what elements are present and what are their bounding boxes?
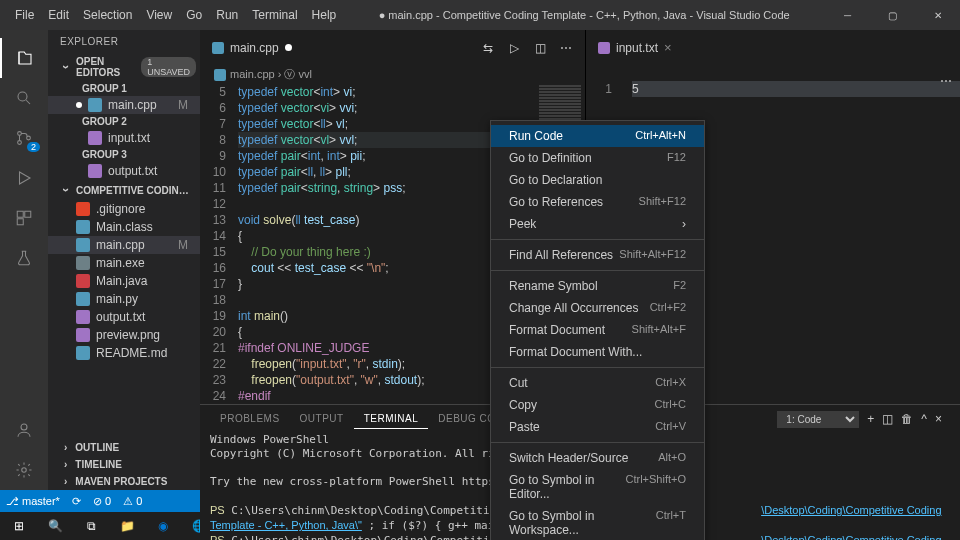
scm-badge: 2 — [27, 142, 40, 152]
window-minimize-button[interactable]: ─ — [825, 0, 870, 30]
ctx-go-to-symbol-in-workspace-[interactable]: Go to Symbol in Workspace...Ctrl+T — [491, 505, 704, 540]
open-editors-section[interactable]: OPEN EDITORS 1 UNSAVED — [48, 53, 200, 81]
svg-rect-6 — [17, 219, 23, 225]
window-title: ● main.cpp - Competitive Coding Template… — [343, 9, 825, 21]
menu-go[interactable]: Go — [179, 2, 209, 28]
ctx-go-to-definition[interactable]: Go to DefinitionF12 — [491, 147, 704, 169]
ctx-peek[interactable]: Peek› — [491, 213, 704, 235]
close-panel-icon[interactable]: × — [935, 412, 942, 426]
status-branch[interactable]: ⎇ master* — [0, 495, 66, 508]
project-section[interactable]: COMPETITIVE CODING TEMPLATE - C+... — [48, 180, 200, 200]
ctx-change-all-occurrences[interactable]: Change All OccurrencesCtrl+F2 — [491, 297, 704, 319]
sidebar-title: EXPLORER — [48, 30, 200, 53]
menu-view[interactable]: View — [139, 2, 179, 28]
ctx-go-to-declaration[interactable]: Go to Declaration — [491, 169, 704, 191]
panel-tab-terminal[interactable]: TERMINAL — [354, 409, 429, 429]
ctx-copy[interactable]: CopyCtrl+C — [491, 394, 704, 416]
menu-terminal[interactable]: Terminal — [245, 2, 304, 28]
file-Main-class[interactable]: Main.class — [48, 218, 200, 236]
compare-icon[interactable]: ⇆ — [477, 37, 499, 59]
menu-bar: File Edit Selection View Go Run Terminal… — [0, 2, 343, 28]
tb-edge-icon[interactable]: ◉ — [146, 512, 180, 540]
window-maximize-button[interactable]: ▢ — [870, 0, 915, 30]
start-icon[interactable]: ⊞ — [2, 512, 36, 540]
account-icon[interactable] — [0, 410, 48, 450]
activity-bar: 2 — [0, 30, 48, 490]
svg-point-1 — [18, 132, 22, 136]
file-output-txt[interactable]: output.txt — [48, 308, 200, 326]
breadcrumb[interactable]: main.cpp › ⓥ vvl — [200, 65, 585, 84]
file-Main-java[interactable]: Main.java — [48, 272, 200, 290]
dirty-indicator-icon — [285, 44, 292, 51]
window-close-button[interactable]: ✕ — [915, 0, 960, 30]
run-debug-icon[interactable] — [0, 158, 48, 198]
file-preview-png[interactable]: preview.png — [48, 326, 200, 344]
ctx-rename-symbol[interactable]: Rename SymbolF2 — [491, 275, 704, 297]
settings-icon[interactable] — [0, 450, 48, 490]
panel-tab-problems[interactable]: PROBLEMS — [210, 409, 290, 429]
menu-run[interactable]: Run — [209, 2, 245, 28]
run-icon[interactable]: ▷ — [503, 37, 525, 59]
ctx-cut[interactable]: CutCtrl+X — [491, 372, 704, 394]
unsaved-pill: 1 UNSAVED — [141, 57, 196, 77]
file--gitignore[interactable]: .gitignore — [48, 200, 200, 218]
svg-point-8 — [22, 468, 27, 473]
open-file-input[interactable]: input.txt — [48, 129, 200, 147]
task-view-icon[interactable]: ⧉ — [74, 512, 108, 540]
file-main-py[interactable]: main.py — [48, 290, 200, 308]
file-README-md[interactable]: README.md — [48, 344, 200, 362]
split-terminal-icon[interactable]: ◫ — [882, 412, 893, 426]
new-terminal-icon[interactable]: + — [867, 412, 874, 426]
svg-rect-5 — [25, 211, 31, 217]
open-file-output[interactable]: output.txt — [48, 162, 200, 180]
tab-inputtxt[interactable]: input.txt× — [586, 30, 685, 65]
svg-point-7 — [21, 424, 27, 430]
group-3-label: GROUP 3 — [48, 147, 200, 162]
svg-rect-4 — [17, 211, 23, 217]
status-sync[interactable]: ⟳ — [66, 495, 87, 508]
close-tab-icon[interactable]: × — [664, 40, 672, 55]
ctx-paste[interactable]: PasteCtrl+V — [491, 416, 704, 438]
menu-help[interactable]: Help — [305, 2, 344, 28]
menu-selection[interactable]: Selection — [76, 2, 139, 28]
split-icon[interactable]: ◫ — [529, 37, 551, 59]
ctx-format-document[interactable]: Format DocumentShift+Alt+F — [491, 319, 704, 341]
svg-point-0 — [18, 92, 27, 101]
menu-file[interactable]: File — [8, 2, 41, 28]
status-warnings[interactable]: ⚠ 0 — [117, 495, 148, 508]
trash-icon[interactable]: 🗑 — [901, 412, 913, 426]
group-1-label: GROUP 1 — [48, 81, 200, 96]
ctx-go-to-symbol-in-editor-[interactable]: Go to Symbol in Editor...Ctrl+Shift+O — [491, 469, 704, 505]
tb-explorer-icon[interactable]: 📁 — [110, 512, 144, 540]
ctx-switch-header-source[interactable]: Switch Header/SourceAlt+O — [491, 447, 704, 469]
menu-edit[interactable]: Edit — [41, 2, 76, 28]
file-main-exe[interactable]: main.exe — [48, 254, 200, 272]
maximize-panel-icon[interactable]: ^ — [921, 412, 927, 426]
extensions-icon[interactable] — [0, 198, 48, 238]
more-icon[interactable]: ⋯ — [940, 74, 952, 88]
outline-section[interactable]: ›OUTLINE — [48, 439, 200, 456]
svg-point-2 — [18, 141, 22, 145]
sidebar: EXPLORER OPEN EDITORS 1 UNSAVED GROUP 1 … — [48, 30, 200, 490]
ctx-find-all-references[interactable]: Find All ReferencesShift+Alt+F12 — [491, 244, 704, 266]
source-control-icon[interactable]: 2 — [0, 118, 48, 158]
maven-section[interactable]: ›MAVEN PROJECTS — [48, 473, 200, 490]
ctx-format-document-with-[interactable]: Format Document With... — [491, 341, 704, 363]
more-icon[interactable]: ⋯ — [555, 37, 577, 59]
ctx-go-to-references[interactable]: Go to ReferencesShift+F12 — [491, 191, 704, 213]
file-main-cpp[interactable]: main.cppM — [48, 236, 200, 254]
gutter: 56789101112131415161718192021222324 — [200, 84, 238, 404]
ctx-run-code[interactable]: Run CodeCtrl+Alt+N — [491, 125, 704, 147]
panel-tab-output[interactable]: OUTPUT — [290, 409, 354, 429]
terminal-select[interactable]: 1: Code — [777, 411, 859, 428]
tb-search-icon[interactable]: 🔍 — [38, 512, 72, 540]
flask-icon[interactable] — [0, 238, 48, 278]
tab-maincpp[interactable]: main.cpp — [200, 30, 305, 65]
explorer-icon[interactable] — [0, 38, 48, 78]
svg-point-3 — [27, 136, 31, 140]
status-errors[interactable]: ⊘ 0 — [87, 495, 117, 508]
search-icon[interactable] — [0, 78, 48, 118]
timeline-section[interactable]: ›TIMELINE — [48, 456, 200, 473]
open-file-maincpp[interactable]: main.cppM — [48, 96, 200, 114]
context-menu: Run CodeCtrl+Alt+NGo to DefinitionF12Go … — [490, 120, 705, 540]
